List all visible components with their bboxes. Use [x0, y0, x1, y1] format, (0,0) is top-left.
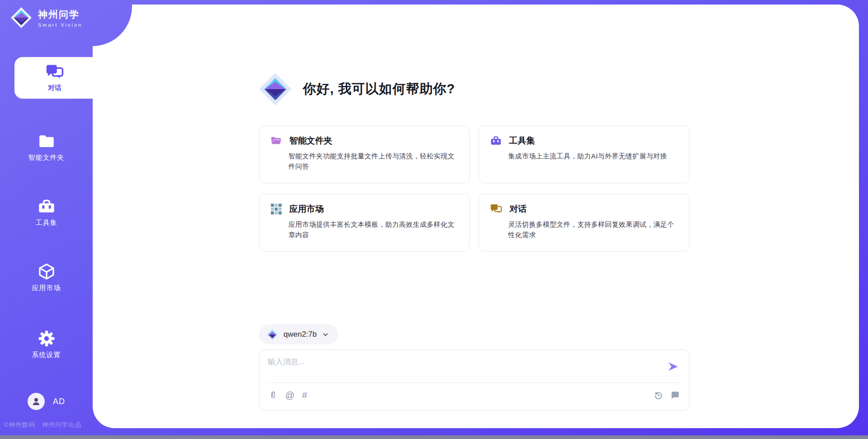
copyright-text: ©神州数码 · 神州问学出品 — [4, 421, 81, 429]
composer-divider — [267, 382, 682, 383]
chat-bubbles-icon — [45, 64, 64, 81]
brand: 神州问学 Smart Vision — [10, 6, 82, 29]
sidebar-item-label: 系统设置 — [32, 351, 61, 358]
sidebar: 神州问学 Smart Vision 对话 智能文件夹 — [0, 0, 93, 439]
history-icon[interactable] — [654, 391, 663, 400]
grid-icon — [270, 203, 282, 215]
card-title: 智能文件夹 — [289, 135, 332, 147]
card-title: 工具集 — [509, 135, 535, 147]
card-title: 应用市场 — [289, 203, 324, 215]
brand-name: 神州问学 — [38, 8, 82, 21]
message-composer: @ # — [259, 349, 689, 411]
sidebar-item-settings[interactable]: 系统设置 — [0, 329, 93, 359]
card-description: 集成市场上主流工具，助力AI与外界无缝扩展与对接 — [508, 151, 679, 161]
card-app-market[interactable]: 应用市场 应用市场提供丰富长文本模板，助力高效生成多样化文章内容 — [259, 194, 470, 252]
card-description: 智能文件夹功能支持批量文件上传与清洗，轻松实现文件问答 — [288, 151, 459, 172]
card-description: 应用市场提供丰富长文本模板，助力高效生成多样化文章内容 — [288, 219, 459, 240]
folder-icon — [38, 132, 56, 150]
bottom-edge-bar — [0, 435, 868, 439]
hash-icon[interactable]: # — [302, 391, 307, 400]
card-description: 灵活切换多模型文件，支持多样回复效果调试，满足个性化需求 — [508, 219, 679, 240]
sidebar-item-label: 应用市场 — [32, 284, 61, 291]
message-icon[interactable] — [670, 391, 680, 400]
toolbox-icon — [490, 135, 502, 147]
message-input[interactable] — [268, 357, 656, 379]
sidebar-item-label: 对话 — [48, 84, 61, 92]
sidebar-item-smart-folder[interactable]: 智能文件夹 — [0, 132, 93, 162]
model-name: qwen2:7b — [283, 330, 317, 339]
feature-cards: 智能文件夹 智能文件夹功能支持批量文件上传与清洗，轻松实现文件问答 工具集 集成… — [259, 125, 689, 252]
card-title: 对话 — [509, 203, 527, 215]
chevron-down-icon — [322, 331, 329, 338]
toolbox-icon — [38, 197, 56, 215]
avatar[interactable] — [28, 393, 45, 410]
sidebar-item-toolbox[interactable]: 工具集 — [0, 197, 93, 227]
diamond-logo-icon — [10, 6, 33, 29]
folder-open-icon — [270, 135, 282, 147]
diamond-logo-icon — [266, 329, 278, 341]
cube-icon — [38, 262, 56, 281]
send-icon[interactable] — [667, 361, 679, 372]
sidebar-item-label: 工具集 — [36, 219, 57, 226]
gear-icon — [38, 329, 56, 348]
card-chat[interactable]: 对话 灵活切换多模型文件，支持多样回复效果调试，满足个性化需求 — [479, 194, 689, 252]
card-smart-folder[interactable]: 智能文件夹 智能文件夹功能支持批量文件上传与清洗，轻松实现文件问答 — [259, 125, 470, 183]
brand-subtitle: Smart Vision — [38, 22, 82, 28]
sidebar-item-app-market[interactable]: 应用市场 — [0, 262, 93, 292]
user-profile[interactable]: AD — [0, 393, 93, 410]
model-selector[interactable]: qwen2:7b — [259, 324, 338, 344]
card-toolbox[interactable]: 工具集 集成市场上主流工具，助力AI与外界无缝扩展与对接 — [479, 125, 689, 183]
sidebar-item-chat[interactable]: 对话 — [14, 57, 95, 99]
user-initials: AD — [53, 397, 65, 406]
paperclip-icon[interactable] — [269, 391, 278, 400]
greeting: 你好, 我可以如何帮助你? — [258, 72, 455, 107]
greeting-title: 你好, 我可以如何帮助你? — [303, 80, 455, 98]
at-icon[interactable]: @ — [285, 391, 294, 400]
sidebar-item-label: 智能文件夹 — [28, 153, 65, 161]
chat-bubbles-icon — [490, 204, 502, 215]
diamond-logo-icon — [258, 72, 293, 107]
